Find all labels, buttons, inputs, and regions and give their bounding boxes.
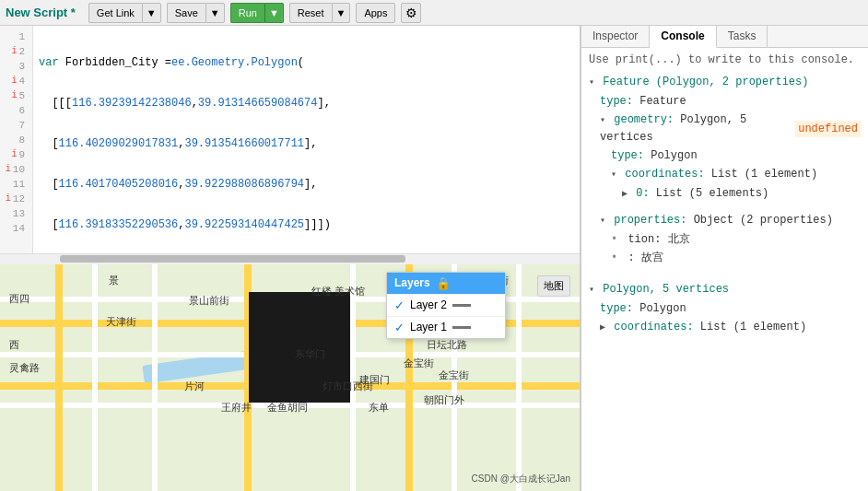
code-line-4: [116.40170405208016,39.922988086896794],: [39, 177, 574, 192]
tree-prop-name-val: : 故宫: [628, 251, 663, 264]
tab-tasks[interactable]: Tasks: [717, 26, 768, 47]
tree-arrow-geometry: ▾: [600, 115, 605, 125]
tree-coords-key: coordinates:: [625, 168, 711, 181]
code-line-3: [116.40209029017831,39.913541660017711],: [39, 136, 574, 151]
tree-arrow-polycoords: ▶: [600, 322, 605, 333]
apps-button[interactable]: Apps: [356, 3, 395, 23]
map-label-wangfujing: 王府井: [221, 401, 252, 415]
map-label-jingshan: 景山前街: [189, 294, 229, 308]
street-v-1: [55, 264, 63, 492]
tree-prop-loc-val: tion: 北京: [628, 233, 689, 246]
tab-console[interactable]: Console: [650, 26, 716, 48]
tree-geomtype-val: Polygon: [651, 149, 697, 162]
gear-button[interactable]: ⚙: [401, 3, 421, 23]
scrollbar-thumb[interactable]: [60, 255, 405, 263]
tree-type-key: type:: [600, 95, 639, 108]
separator-1: [589, 205, 861, 210]
line-numbers: 1 i2 3 i4 i5 6 7 8 i9 i10 11 i12 13 14: [0, 26, 33, 253]
map-area[interactable]: 西四 天津街 景山前街 红楼 美术馆 朝内大街 朝外大街 朝阳门 朝阳门外 灵禽…: [0, 264, 580, 492]
bullet-1: •: [611, 233, 617, 246]
main-layout: 1 i2 3 i4 i5 6 7 8 i9 i10 11 i12 13 14: [0, 26, 868, 491]
tree-properties[interactable]: ▾ properties: Object (2 properties): [589, 212, 861, 229]
separator-3: [589, 274, 861, 279]
line-num-8: 8: [0, 133, 29, 147]
reset-arrow[interactable]: ▼: [332, 3, 351, 23]
tree-arrow-coord0: ▶: [622, 189, 628, 199]
map-label-ritan: 日坛北路: [427, 338, 467, 352]
tree-geom-type: type: Polygon: [589, 147, 861, 164]
map-label-jinjie: 金宝街: [439, 368, 469, 382]
street-v-8: [516, 264, 522, 492]
line-num-2: i2: [0, 44, 29, 59]
run-arrow[interactable]: ▼: [264, 3, 284, 23]
tree-arrow-polygon: ▾: [589, 285, 594, 295]
tree-polygon-coords[interactable]: ▶ coordinates: List (1 element): [589, 319, 861, 336]
map-label-jn: 景: [109, 274, 119, 287]
code-content[interactable]: var Forbidden_City =ee.Geometry.Polygon(…: [33, 26, 580, 253]
code-editor[interactable]: 1 i2 3 i4 i5 6 7 8 i9 i10 11 i12 13 14: [0, 26, 580, 253]
tab-inspector[interactable]: Inspector: [581, 26, 650, 47]
tree-polygon-label: Polygon, 5 vertices: [603, 283, 729, 296]
save-group: Save ▼: [167, 3, 225, 23]
line-num-3: 3: [0, 59, 29, 74]
map-background: 西四 天津街 景山前街 红楼 美术馆 朝内大街 朝外大街 朝阳门 朝阳门外 灵禽…: [0, 264, 580, 492]
tree-coordinates[interactable]: ▾ coordinates: List (1 element): [589, 166, 861, 183]
layers-panel: Layers 🔒 ✓ Layer 2 ✓ Layer 1: [386, 272, 506, 339]
map-label-dongdan: 东华门: [295, 347, 325, 361]
tree-coord-0[interactable]: ▶ 0: List (5 elements): [589, 185, 861, 203]
code-panel: 1 i2 3 i4 i5 6 7 8 i9 i10 11 i12 13 14: [0, 26, 581, 491]
reset-group: Reset ▼: [289, 3, 351, 23]
horizontal-scrollbar[interactable]: [0, 253, 580, 264]
tree-polytype-val: Polygon: [639, 302, 686, 315]
get-link-arrow[interactable]: ▼: [142, 3, 161, 23]
right-tabs: Inspector Console Tasks: [581, 26, 868, 48]
console-hint: Use print(...) to write to this console.: [589, 53, 861, 66]
code-line-5: [116.39183352290536,39.922593140447425]]…: [39, 217, 574, 232]
reset-button[interactable]: Reset: [289, 3, 332, 23]
tree-geometry[interactable]: ▾ geometry: Polygon, 5 vertices undefine…: [589, 111, 861, 146]
tree-polycoords-key: coordinates:: [614, 321, 700, 333]
line-num-6: 6: [0, 103, 29, 118]
layer-2-item[interactable]: ✓ Layer 2: [387, 294, 505, 316]
tree-prop-location: • tion: 北京: [589, 231, 861, 248]
console-panel[interactable]: Use print(...) to write to this console.…: [581, 48, 868, 491]
layer-1-check[interactable]: ✓: [394, 321, 405, 334]
map-label-pianjie: 片河: [184, 380, 205, 393]
right-panel: Inspector Console Tasks Use print(...) t…: [581, 26, 868, 491]
save-arrow[interactable]: ▼: [205, 3, 225, 23]
street-v-2: [92, 264, 98, 492]
bullet-2: •: [611, 251, 617, 264]
tree-prop-name: • : 故宫: [589, 250, 861, 266]
tree-feature-label: Feature (Polygon, 2 properties): [603, 76, 808, 88]
map-label-dongmen: 东单: [369, 401, 389, 415]
line-num-12: i12: [0, 192, 29, 206]
tree-arrow-coords: ▾: [611, 170, 616, 180]
tree-polycoords-val: List (1 element): [700, 321, 806, 333]
line-num-5: i5: [0, 88, 29, 103]
tree-polygon-type: type: Polygon: [589, 300, 861, 317]
tree-geometry-left: ▾ geometry: Polygon, 5 vertices: [600, 111, 795, 146]
lock-icon[interactable]: 🔒: [436, 276, 451, 290]
run-button[interactable]: Run: [230, 3, 264, 23]
map-label-honglou: 红楼 美术馆: [311, 285, 365, 298]
tree-coords-val: List (1 element): [711, 168, 817, 181]
save-button[interactable]: Save: [167, 3, 205, 23]
ditu-button[interactable]: 地图: [537, 275, 570, 297]
tree-geomtype-key: type:: [611, 149, 651, 162]
line-num-10: i10: [0, 162, 29, 177]
layer-2-check[interactable]: ✓: [394, 298, 405, 312]
layers-title: Layers: [394, 276, 430, 289]
code-line-2: [[[116.39239142238046,39.913146659084674…: [39, 96, 574, 111]
toolbar: New Script * Get Link ▼ Save ▼ Run ▼ Res…: [0, 0, 868, 26]
get-link-button[interactable]: Get Link: [88, 3, 142, 23]
tree-geometry-key: geometry:: [614, 113, 680, 126]
line-num-11: 11: [0, 177, 29, 192]
layer-2-color: [452, 304, 471, 307]
tree-polytype-key: type:: [600, 302, 639, 315]
tree-arrow-feature: ▾: [589, 77, 594, 88]
line-num-13: 13: [0, 206, 29, 221]
street-v-3: [152, 264, 158, 492]
tree-polygon-root[interactable]: ▾ Polygon, 5 vertices: [589, 281, 861, 298]
tree-feature-root[interactable]: ▾ Feature (Polygon, 2 properties): [589, 74, 861, 91]
layer-1-item[interactable]: ✓ Layer 1: [387, 316, 505, 338]
